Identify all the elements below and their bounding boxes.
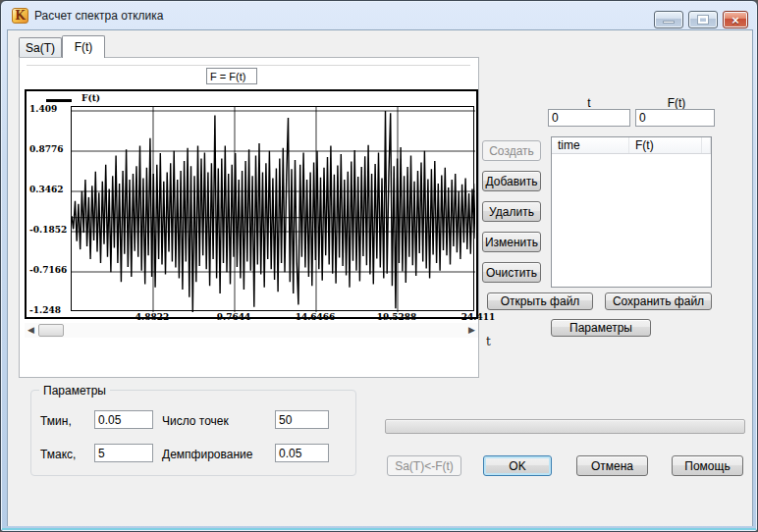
parameters-groupbox: Параметры Тмин, Тмакс, Число точек Демпф… bbox=[30, 390, 356, 476]
num-points-label: Число точек bbox=[162, 414, 229, 428]
x-tick-label: 4.8822 bbox=[129, 312, 176, 322]
x-tick-label: 19.5288 bbox=[373, 312, 420, 322]
tmin-label: Тмин, bbox=[40, 414, 72, 428]
chart-hscrollbar[interactable]: ◀ ▶ bbox=[25, 323, 478, 338]
clear-button[interactable]: Очистить bbox=[482, 262, 541, 283]
maximize-icon bbox=[698, 16, 708, 24]
tmin-input[interactable] bbox=[94, 410, 153, 429]
minimize-icon bbox=[663, 21, 675, 24]
app-logo-icon: K bbox=[12, 8, 28, 24]
t-value-input[interactable] bbox=[548, 109, 630, 127]
ft-value-input[interactable] bbox=[635, 109, 715, 127]
chart-plot bbox=[71, 106, 474, 311]
y-tick-label: -0.7166 bbox=[29, 265, 67, 275]
titlebar[interactable]: K Расчет спектра отклика × bbox=[1, 1, 757, 29]
points-table[interactable]: time F(t) bbox=[551, 136, 712, 288]
add-button[interactable]: Добавить bbox=[482, 171, 541, 191]
close-icon: × bbox=[731, 14, 739, 27]
legend-line-sample bbox=[46, 99, 72, 102]
points-table-header[interactable]: time F(t) bbox=[552, 137, 711, 154]
y-tick-label: 0.8776 bbox=[29, 144, 63, 154]
help-button[interactable]: Помощь bbox=[672, 455, 743, 476]
chart-area: F(t) 1.4090.87760.3462-0.1852-0.7166-1.2… bbox=[25, 89, 478, 319]
scrollbar-thumb[interactable] bbox=[38, 324, 64, 337]
x-tick-label: 24.411 bbox=[455, 312, 502, 322]
dialog-body: Sa(T) F(t) F(t) 1.4090.87760.3462-0.1852… bbox=[7, 29, 753, 526]
x-tick-label: 9.7644 bbox=[210, 312, 257, 322]
y-tick-label: -1.248 bbox=[29, 305, 61, 315]
create-button[interactable]: Создать bbox=[482, 140, 541, 161]
scroll-right-icon[interactable]: ▶ bbox=[468, 324, 475, 337]
chart-group-border bbox=[27, 65, 470, 66]
minimize-button[interactable] bbox=[654, 11, 683, 28]
delete-button[interactable]: Удалить bbox=[482, 201, 541, 222]
damping-input[interactable] bbox=[275, 444, 329, 462]
save-file-button[interactable]: Сохранить файл bbox=[605, 293, 712, 310]
chart-plot-svg bbox=[72, 107, 475, 312]
column-header-time[interactable]: time bbox=[552, 137, 629, 153]
tmax-input[interactable] bbox=[94, 444, 153, 462]
num-points-input[interactable] bbox=[275, 410, 329, 429]
t-column-label: t bbox=[548, 96, 630, 110]
tab-page-ft: F(t) 1.4090.87760.3462-0.1852-0.7166-1.2… bbox=[19, 57, 479, 378]
y-tick-label: -0.1852 bbox=[29, 225, 67, 235]
tab-f-t[interactable]: F(t) bbox=[62, 35, 105, 58]
ok-button[interactable]: OK bbox=[483, 455, 552, 476]
column-header-ft[interactable]: F(t) bbox=[629, 137, 702, 153]
y-tick-label: 0.3462 bbox=[29, 185, 63, 194]
parameters-group-title: Параметры bbox=[39, 384, 110, 398]
parameters-button[interactable]: Параметры bbox=[551, 319, 651, 337]
x-axis-title: t bbox=[486, 335, 491, 348]
x-tick-label: 14.6466 bbox=[292, 312, 339, 322]
open-file-button[interactable]: Открыть файл bbox=[487, 293, 593, 310]
sat-from-ft-button[interactable]: Sa(T)<-F(t) bbox=[387, 455, 461, 476]
legend-label: F(t) bbox=[81, 93, 100, 103]
y-tick-label: 1.409 bbox=[29, 104, 57, 114]
dialog-window: K Расчет спектра отклика × Sa(T) F(t) F(… bbox=[0, 0, 758, 532]
column-header-gutter bbox=[702, 137, 711, 153]
ft-column-label: F(t) bbox=[635, 96, 718, 110]
scroll-left-icon[interactable]: ◀ bbox=[27, 324, 34, 337]
tab-sa-t[interactable]: Sa(T) bbox=[19, 37, 62, 57]
formula-input[interactable] bbox=[206, 68, 257, 84]
cancel-button[interactable]: Отмена bbox=[576, 455, 648, 476]
damping-label: Демпфирование bbox=[162, 448, 252, 461]
edit-button[interactable]: Изменить bbox=[482, 232, 541, 252]
progress-bar bbox=[385, 419, 745, 434]
close-button[interactable]: × bbox=[723, 11, 748, 28]
tmax-label: Тмакс, bbox=[40, 448, 76, 461]
maximize-button[interactable] bbox=[688, 11, 718, 28]
window-title: Расчет спектра отклика bbox=[34, 9, 163, 23]
